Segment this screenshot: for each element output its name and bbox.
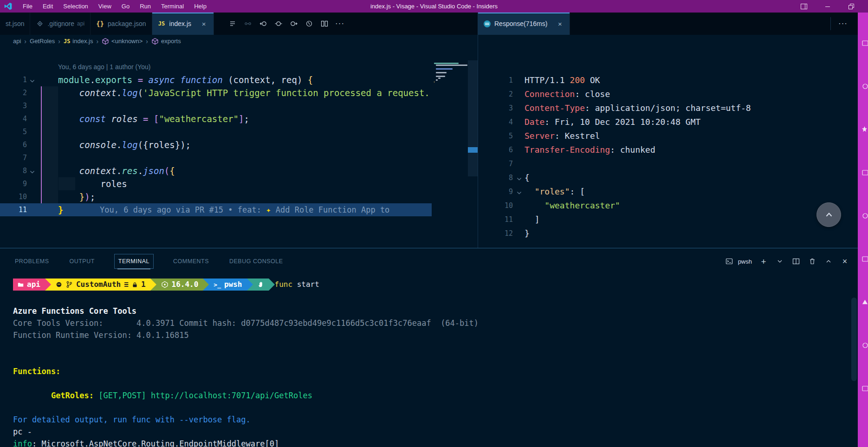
breadcrumb-item[interactable]: <unknown>: [102, 38, 143, 45]
fold-chevron-icon[interactable]: [516, 190, 522, 196]
gitlens-codelens[interactable]: You, 6 days ago | 1 author (You): [58, 60, 151, 73]
response-line-3[interactable]: 3Content-Type: application/json; charset…: [478, 101, 845, 115]
minimap[interactable]: [433, 60, 468, 171]
response-line-4[interactable]: 4Date: Fri, 10 Dec 2021 10:20:48 GMT: [478, 115, 845, 129]
code-line-4[interactable]: 4 const roles = ["weathercaster"];: [0, 112, 432, 125]
line-number: 3: [0, 99, 27, 112]
panel-tab-output[interactable]: OUTPUT: [68, 254, 95, 269]
hand-icon: [258, 281, 264, 288]
code-line-11[interactable]: 11}You, 6 days ago via PR #15 • feat: ✦ …: [0, 203, 432, 216]
code-line-9[interactable]: 9 roles: [0, 177, 432, 190]
tab-package-json[interactable]: {}package.json: [91, 13, 152, 35]
code-line-7[interactable]: 7: [0, 151, 432, 164]
minimize-icon[interactable]: [823, 2, 831, 10]
code-editor-index-js[interactable]: You, 6 days ago | 1 author (You) 1module…: [0, 47, 432, 250]
vertical-scrollbar[interactable]: [468, 60, 478, 176]
activity-icon-9[interactable]: [861, 385, 868, 396]
close-icon[interactable]: ×: [200, 19, 208, 28]
menu-help[interactable]: Help: [189, 0, 212, 13]
activity-icon-1[interactable]: [861, 39, 868, 51]
code-line-6[interactable]: 6 console.log({roles});: [0, 138, 432, 151]
line-number: 12: [478, 227, 513, 240]
activity-icon-5[interactable]: [861, 212, 868, 223]
tab-st-json[interactable]: st.json: [0, 13, 30, 35]
split-icon[interactable]: [320, 19, 329, 28]
menu-selection[interactable]: Selection: [58, 0, 93, 13]
breadcrumb-item[interactable]: exports: [151, 38, 181, 45]
terminal-output[interactable]: Azure Functions Core ToolsCore Tools Ver…: [13, 305, 839, 447]
code-line-2[interactable]: 2 context.log('JavaScript HTTP trigger f…: [0, 86, 432, 99]
code-line-3[interactable]: 3: [0, 99, 432, 112]
terminal-scrollbar[interactable]: [851, 298, 857, 381]
breadcrumb-item[interactable]: GetRoles: [30, 38, 55, 45]
panel-tab-comments[interactable]: COMMENTS: [172, 254, 210, 269]
activity-icon-8[interactable]: [861, 342, 868, 353]
fold-chevron-icon[interactable]: [29, 169, 35, 175]
menu-edit[interactable]: Edit: [38, 0, 58, 13]
layout-panel-icon[interactable]: [800, 2, 808, 10]
response-line-10[interactable]: 10 "weathercaster": [478, 199, 845, 213]
shell-label[interactable]: pwsh: [738, 258, 752, 265]
split-panel-icon[interactable]: [791, 257, 801, 266]
close-x-icon[interactable]: ×: [840, 257, 849, 266]
response-viewer[interactable]: 1HTTP/1.1 200 OK2Connection: close3Conte…: [478, 47, 845, 250]
nav-forward-icon[interactable]: [289, 19, 298, 28]
breadcrumb-item[interactable]: JSindex.js: [64, 38, 93, 45]
trash-icon[interactable]: [808, 257, 817, 266]
nav-back-icon[interactable]: [259, 19, 268, 28]
response-line-12[interactable]: 12}: [478, 227, 845, 240]
outline-icon[interactable]: [228, 19, 237, 28]
panel-tab-terminal[interactable]: TERMINAL: [114, 254, 154, 269]
indent-guide: [41, 86, 58, 99]
code-line-1[interactable]: 1module.exports = async function (contex…: [0, 73, 432, 86]
breadcrumb-separator: ›: [96, 38, 98, 45]
restore-icon[interactable]: [847, 2, 855, 10]
response-line-6[interactable]: 6Transfer-Encoding: chunked: [478, 143, 845, 157]
response-line-7[interactable]: 7: [478, 157, 845, 171]
menu-file[interactable]: File: [18, 0, 38, 13]
response-line-11[interactable]: 11 ]: [478, 213, 845, 227]
more-actions-icon[interactable]: ···: [838, 13, 848, 35]
tab--gitignore[interactable]: .gitignoreapi: [30, 13, 91, 35]
close-icon[interactable]: ×: [556, 19, 564, 28]
code-line-8[interactable]: 8 context.res.json({: [0, 164, 432, 177]
response-line-8[interactable]: 8{: [478, 171, 845, 185]
compare-icon[interactable]: [243, 19, 253, 28]
chev-up-icon[interactable]: [824, 257, 833, 266]
line-number: 11: [478, 213, 513, 227]
terminal-box-icon[interactable]: [725, 257, 734, 266]
chev-down-icon[interactable]: [775, 257, 784, 266]
activity-icon-2[interactable]: [861, 83, 868, 94]
nav-dot-icon[interactable]: [274, 19, 283, 28]
panel-tab-problems[interactable]: PROBLEMS: [14, 254, 50, 269]
response-line-9[interactable]: 9 "roles": [: [478, 185, 845, 199]
response-line-5[interactable]: 5Server: Kestrel: [478, 129, 845, 143]
fold-chevron-icon[interactable]: [29, 78, 35, 84]
activity-icon-7[interactable]: [861, 298, 868, 310]
menu-bar: FileEditSelectionViewGoRunTerminalHelp: [18, 0, 212, 13]
response-line-2[interactable]: 2Connection: close: [478, 87, 845, 101]
menu-view[interactable]: View: [93, 0, 117, 13]
more-icon[interactable]: ···: [335, 19, 344, 28]
code-line-10[interactable]: 10 });: [0, 190, 432, 203]
breadcrumb-item[interactable]: api: [13, 38, 21, 45]
activity-icon-4[interactable]: [861, 169, 868, 180]
activity-icon-3[interactable]: [861, 126, 868, 137]
menu-terminal[interactable]: Terminal: [156, 0, 189, 13]
response-line-1[interactable]: 1HTTP/1.1 200 OK: [478, 73, 845, 87]
rest-client-icon: [484, 20, 491, 27]
line-number: 10: [0, 190, 27, 203]
clock-icon[interactable]: [304, 19, 314, 28]
indent-guide: [41, 99, 58, 112]
code-line-5[interactable]: 5: [0, 125, 432, 138]
plus-icon[interactable]: +: [759, 257, 768, 266]
scroll-top-button[interactable]: [816, 202, 841, 227]
panel-tab-debug-console[interactable]: DEBUG CONSOLE: [228, 254, 284, 269]
activity-icon-6[interactable]: [861, 255, 868, 266]
menu-go[interactable]: Go: [117, 0, 135, 13]
fold-chevron-icon[interactable]: [516, 176, 522, 182]
menu-run[interactable]: Run: [135, 0, 156, 13]
line-number: 4: [478, 115, 513, 129]
tab-response[interactable]: Response(716ms)×: [478, 13, 570, 35]
tab-index-js[interactable]: JSindex.js×: [152, 13, 214, 35]
